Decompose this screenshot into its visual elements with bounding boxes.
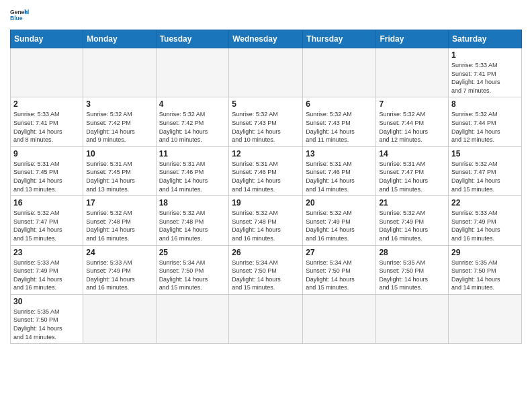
day-info: Sunrise: 5:33 AM Sunset: 7:49 PM Dayligh…	[451, 209, 519, 242]
day-info: Sunrise: 5:32 AM Sunset: 7:48 PM Dayligh…	[159, 209, 226, 242]
calendar-cell: 1Sunrise: 5:33 AM Sunset: 7:41 PM Daylig…	[449, 48, 522, 97]
calendar-cell: 7Sunrise: 5:32 AM Sunset: 7:44 PM Daylig…	[376, 97, 449, 146]
calendar-cell: 30Sunrise: 5:35 AM Sunset: 7:50 PM Dayli…	[11, 294, 83, 343]
calendar-cell: 6Sunrise: 5:32 AM Sunset: 7:43 PM Daylig…	[303, 97, 376, 146]
day-headers-row: SundayMondayTuesdayWednesdayThursdayFrid…	[11, 30, 522, 48]
calendar-cell: 20Sunrise: 5:32 AM Sunset: 7:49 PM Dayli…	[303, 196, 376, 245]
day-info: Sunrise: 5:32 AM Sunset: 7:44 PM Dayligh…	[379, 110, 445, 144]
day-info: Sunrise: 5:32 AM Sunset: 7:42 PM Dayligh…	[159, 110, 226, 144]
calendar-cell	[156, 294, 229, 343]
day-number: 15	[451, 149, 519, 158]
calendar-cell: 27Sunrise: 5:34 AM Sunset: 7:50 PM Dayli…	[303, 245, 376, 294]
calendar-cell: 18Sunrise: 5:32 AM Sunset: 7:48 PM Dayli…	[156, 196, 229, 245]
calendar-cell: 14Sunrise: 5:31 AM Sunset: 7:47 PM Dayli…	[376, 146, 449, 195]
day-number: 9	[13, 149, 80, 158]
week-row-5: 23Sunrise: 5:33 AM Sunset: 7:49 PM Dayli…	[11, 245, 522, 294]
day-info: Sunrise: 5:35 AM Sunset: 7:50 PM Dayligh…	[13, 308, 80, 341]
calendar-cell: 21Sunrise: 5:32 AM Sunset: 7:49 PM Dayli…	[376, 196, 449, 245]
day-number: 18	[159, 198, 226, 208]
day-number: 16	[13, 198, 80, 208]
calendar-cell	[229, 294, 303, 343]
day-info: Sunrise: 5:32 AM Sunset: 7:47 PM Dayligh…	[13, 209, 80, 242]
day-info: Sunrise: 5:31 AM Sunset: 7:46 PM Dayligh…	[159, 160, 226, 193]
calendar-cell: 5Sunrise: 5:32 AM Sunset: 7:43 PM Daylig…	[229, 97, 303, 146]
calendar-cell: 16Sunrise: 5:32 AM Sunset: 7:47 PM Dayli…	[11, 196, 83, 245]
day-number: 8	[451, 99, 519, 109]
svg-text:Blue: Blue	[10, 15, 23, 21]
day-number: 22	[451, 198, 519, 208]
week-row-6: 30Sunrise: 5:35 AM Sunset: 7:50 PM Dayli…	[11, 294, 522, 343]
day-info: Sunrise: 5:34 AM Sunset: 7:50 PM Dayligh…	[306, 259, 373, 292]
calendar-cell: 3Sunrise: 5:32 AM Sunset: 7:42 PM Daylig…	[83, 97, 156, 146]
day-info: Sunrise: 5:32 AM Sunset: 7:43 PM Dayligh…	[232, 110, 300, 144]
day-number: 21	[379, 198, 445, 208]
day-info: Sunrise: 5:34 AM Sunset: 7:50 PM Dayligh…	[232, 259, 300, 292]
calendar-cell: 15Sunrise: 5:32 AM Sunset: 7:47 PM Dayli…	[449, 146, 522, 195]
day-info: Sunrise: 5:31 AM Sunset: 7:45 PM Dayligh…	[86, 160, 152, 193]
week-row-4: 16Sunrise: 5:32 AM Sunset: 7:47 PM Dayli…	[11, 196, 522, 245]
calendar-cell	[303, 48, 376, 97]
day-number: 23	[13, 248, 80, 257]
day-number: 25	[159, 248, 226, 257]
calendar-cell	[376, 294, 449, 343]
day-number: 13	[306, 149, 373, 158]
day-info: Sunrise: 5:34 AM Sunset: 7:50 PM Dayligh…	[159, 259, 226, 292]
calendar-cell	[449, 294, 522, 343]
day-info: Sunrise: 5:33 AM Sunset: 7:41 PM Dayligh…	[13, 110, 80, 144]
calendar-cell: 2Sunrise: 5:33 AM Sunset: 7:41 PM Daylig…	[11, 97, 83, 146]
calendar-cell	[303, 294, 376, 343]
day-number: 29	[451, 248, 519, 257]
day-number: 28	[379, 248, 445, 257]
day-number: 26	[232, 248, 300, 257]
day-header-saturday: Saturday	[449, 30, 522, 48]
day-number: 4	[159, 99, 226, 109]
header: General Blue	[10, 7, 522, 26]
day-info: Sunrise: 5:31 AM Sunset: 7:46 PM Dayligh…	[232, 160, 300, 193]
day-number: 12	[232, 149, 300, 158]
day-info: Sunrise: 5:33 AM Sunset: 7:41 PM Dayligh…	[451, 61, 519, 95]
day-info: Sunrise: 5:32 AM Sunset: 7:44 PM Dayligh…	[451, 110, 519, 144]
day-number: 5	[232, 99, 300, 109]
day-info: Sunrise: 5:31 AM Sunset: 7:45 PM Dayligh…	[13, 160, 80, 193]
calendar-cell	[83, 294, 156, 343]
calendar-cell: 4Sunrise: 5:32 AM Sunset: 7:42 PM Daylig…	[156, 97, 229, 146]
day-info: Sunrise: 5:33 AM Sunset: 7:49 PM Dayligh…	[13, 259, 80, 292]
calendar-cell: 13Sunrise: 5:31 AM Sunset: 7:46 PM Dayli…	[303, 146, 376, 195]
day-header-friday: Friday	[376, 30, 449, 48]
day-info: Sunrise: 5:31 AM Sunset: 7:46 PM Dayligh…	[306, 160, 373, 193]
day-number: 11	[159, 149, 226, 158]
calendar-cell	[229, 48, 303, 97]
calendar-cell: 29Sunrise: 5:35 AM Sunset: 7:50 PM Dayli…	[449, 245, 522, 294]
week-row-1: 1Sunrise: 5:33 AM Sunset: 7:41 PM Daylig…	[11, 48, 522, 97]
day-info: Sunrise: 5:32 AM Sunset: 7:43 PM Dayligh…	[306, 110, 373, 144]
day-number: 6	[306, 99, 373, 109]
day-info: Sunrise: 5:32 AM Sunset: 7:49 PM Dayligh…	[379, 209, 445, 242]
calendar-cell: 28Sunrise: 5:35 AM Sunset: 7:50 PM Dayli…	[376, 245, 449, 294]
calendar-cell: 8Sunrise: 5:32 AM Sunset: 7:44 PM Daylig…	[449, 97, 522, 146]
day-number: 14	[379, 149, 445, 158]
week-row-2: 2Sunrise: 5:33 AM Sunset: 7:41 PM Daylig…	[11, 97, 522, 146]
day-number: 7	[379, 99, 445, 109]
calendar-cell	[376, 48, 449, 97]
calendar-cell: 10Sunrise: 5:31 AM Sunset: 7:45 PM Dayli…	[83, 146, 156, 195]
day-info: Sunrise: 5:35 AM Sunset: 7:50 PM Dayligh…	[379, 259, 445, 292]
day-info: Sunrise: 5:32 AM Sunset: 7:47 PM Dayligh…	[451, 160, 519, 193]
calendar-cell	[156, 48, 229, 97]
day-header-thursday: Thursday	[303, 30, 376, 48]
day-header-monday: Monday	[83, 30, 156, 48]
calendar-cell: 25Sunrise: 5:34 AM Sunset: 7:50 PM Dayli…	[156, 245, 229, 294]
day-number: 19	[232, 198, 300, 208]
day-header-wednesday: Wednesday	[229, 30, 303, 48]
calendar-cell: 9Sunrise: 5:31 AM Sunset: 7:45 PM Daylig…	[11, 146, 83, 195]
day-number: 27	[306, 248, 373, 257]
day-info: Sunrise: 5:32 AM Sunset: 7:48 PM Dayligh…	[86, 209, 152, 242]
day-info: Sunrise: 5:33 AM Sunset: 7:49 PM Dayligh…	[86, 259, 152, 292]
day-number: 3	[86, 99, 152, 109]
calendar-table: SundayMondayTuesdayWednesdayThursdayFrid…	[10, 30, 522, 344]
day-header-sunday: Sunday	[11, 30, 83, 48]
calendar-cell: 17Sunrise: 5:32 AM Sunset: 7:48 PM Dayli…	[83, 196, 156, 245]
day-number: 17	[86, 198, 152, 208]
calendar-cell: 23Sunrise: 5:33 AM Sunset: 7:49 PM Dayli…	[11, 245, 83, 294]
day-number: 20	[306, 198, 373, 208]
calendar-cell	[11, 48, 83, 97]
